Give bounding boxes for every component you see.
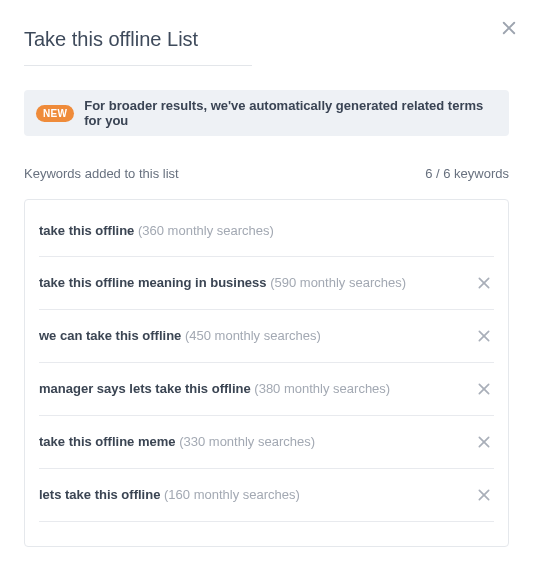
- keyword-meta: (360 monthly searches): [138, 223, 274, 238]
- list-header-label: Keywords added to this list: [24, 166, 179, 181]
- keyword-row: take this offline meaning in business (5…: [39, 257, 494, 310]
- keyword-meta: (450 monthly searches): [185, 328, 321, 343]
- keyword-text: we can take this offline (450 monthly se…: [39, 327, 464, 345]
- info-banner: NEW For broader results, we've automatic…: [24, 90, 509, 136]
- keyword-term: take this offline meaning in business: [39, 275, 267, 290]
- keyword-row: we can take this offline (450 monthly se…: [39, 310, 494, 363]
- keyword-meta: (160 monthly searches): [164, 487, 300, 502]
- keyword-text: lets take this offline (160 monthly sear…: [39, 486, 464, 504]
- keyword-text: manager says lets take this offline (380…: [39, 380, 464, 398]
- remove-keyword-button[interactable]: [474, 273, 494, 293]
- list-header: Keywords added to this list 6 / 6 keywor…: [24, 166, 509, 181]
- page-title: Take this offline List: [24, 28, 252, 66]
- footer: Explore search interest: [0, 547, 533, 561]
- keyword-text: take this offline meaning in business (5…: [39, 274, 464, 292]
- keyword-meta: (330 monthly searches): [179, 434, 315, 449]
- keyword-row: manager says lets take this offline (380…: [39, 363, 494, 416]
- keyword-count: 6 / 6 keywords: [425, 166, 509, 181]
- keyword-list: take this offline (360 monthly searches)…: [24, 199, 509, 547]
- keyword-term: manager says lets take this offline: [39, 381, 251, 396]
- close-icon[interactable]: [499, 18, 519, 38]
- banner-text: For broader results, we've automatically…: [84, 98, 497, 128]
- keyword-text: take this offline (360 monthly searches): [39, 222, 494, 240]
- keyword-row: take this offline (360 monthly searches): [39, 206, 494, 257]
- keyword-text: take this offline meme (330 monthly sear…: [39, 433, 464, 451]
- remove-keyword-button[interactable]: [474, 326, 494, 346]
- new-badge: NEW: [36, 105, 74, 122]
- remove-keyword-button[interactable]: [474, 432, 494, 452]
- keyword-row: take this offline meme (330 monthly sear…: [39, 416, 494, 469]
- remove-keyword-button[interactable]: [474, 379, 494, 399]
- keyword-term: we can take this offline: [39, 328, 181, 343]
- remove-keyword-button[interactable]: [474, 485, 494, 505]
- keyword-row: lets take this offline (160 monthly sear…: [39, 469, 494, 522]
- keyword-term: take this offline: [39, 223, 134, 238]
- keyword-term: lets take this offline: [39, 487, 160, 502]
- keyword-term: take this offline meme: [39, 434, 176, 449]
- keyword-meta: (380 monthly searches): [254, 381, 390, 396]
- keyword-meta: (590 monthly searches): [270, 275, 406, 290]
